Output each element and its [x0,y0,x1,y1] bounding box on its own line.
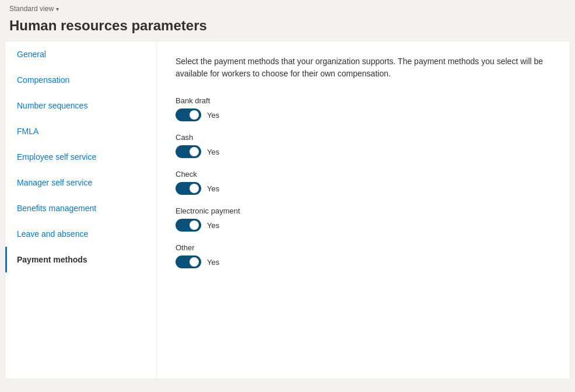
toggle-row-check: Yes [176,182,551,195]
payment-option-other: OtherYes [176,243,551,268]
toggle-check[interactable] [176,182,201,195]
toggle-thumb-other [190,257,199,267]
payment-option-label-check: Check [176,170,551,178]
toggle-thumb-electronic-payment [190,220,199,230]
toggle-track-cash [176,145,201,158]
content-area: Select the payment methods that your org… [157,41,570,379]
sidebar-item-payment-methods[interactable]: Payment methods [5,247,156,272]
sidebar-item-general[interactable]: General [5,41,156,67]
payment-option-label-electronic-payment: Electronic payment [176,206,551,215]
payment-option-label-bank-draft: Bank draft [176,96,551,105]
sidebar-item-manager-self-service[interactable]: Manager self service [5,170,156,195]
payment-options-list: Bank draftYesCashYesCheckYesElectronic p… [176,96,551,268]
toggle-bank-draft[interactable] [176,108,201,121]
toggle-other[interactable] [176,256,201,268]
sidebar-item-fmla[interactable]: FMLA [5,118,156,144]
toggle-track-electronic-payment [176,219,201,232]
toggle-value-check: Yes [207,184,219,193]
toggle-thumb-check [190,184,199,193]
sidebar-item-employee-self-service[interactable]: Employee self service [5,144,156,170]
standard-view-link[interactable]: Standard view [9,5,54,13]
payment-option-label-other: Other [176,243,551,252]
page-title: Human resources parameters [9,18,566,34]
toggle-cash[interactable] [176,145,201,158]
sidebar-item-number-sequences[interactable]: Number sequences [5,93,156,118]
toggle-row-electronic-payment: Yes [176,219,551,232]
payment-option-label-cash: Cash [176,133,551,142]
toggle-thumb-cash [190,147,199,156]
toggle-row-bank-draft: Yes [176,108,551,121]
sidebar-item-compensation[interactable]: Compensation [5,67,156,93]
page-header: Human resources parameters [0,15,575,41]
sidebar-item-benefits-management[interactable]: Benefits management [5,195,156,221]
toggle-thumb-bank-draft [190,110,199,120]
toggle-track-check [176,182,201,195]
toggle-row-cash: Yes [176,145,551,158]
toggle-value-other: Yes [207,258,219,267]
description-text: Select the payment methods that your org… [176,55,551,80]
payment-option-electronic-payment: Electronic paymentYes [176,206,551,232]
toggle-value-cash: Yes [207,148,219,156]
payment-option-bank-draft: Bank draftYes [176,96,551,121]
sidebar: GeneralCompensationNumber sequencesFMLAE… [5,41,157,379]
toggle-track-other [176,256,201,268]
toggle-track-bank-draft [176,108,201,121]
chevron-down-icon: ▾ [56,6,59,12]
payment-option-cash: CashYes [176,133,551,158]
toggle-value-electronic-payment: Yes [207,221,219,230]
sidebar-item-leave-and-absence[interactable]: Leave and absence [5,221,156,247]
toggle-row-other: Yes [176,256,551,268]
payment-option-check: CheckYes [176,170,551,195]
main-container: GeneralCompensationNumber sequencesFMLAE… [5,41,570,379]
toggle-value-bank-draft: Yes [207,111,219,120]
toggle-electronic-payment[interactable] [176,219,201,232]
top-bar: Standard view ▾ [0,0,575,15]
